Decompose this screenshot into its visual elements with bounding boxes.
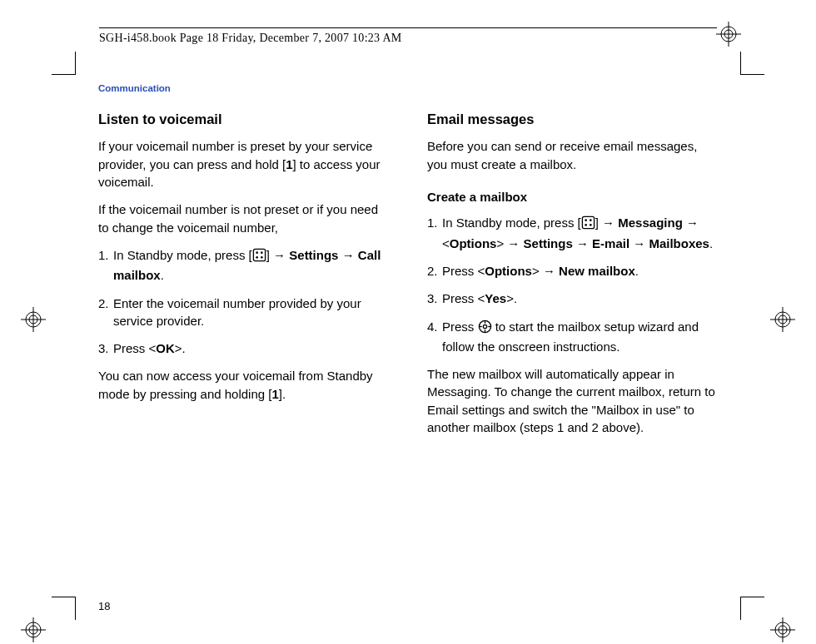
step-number: 2. [98,295,113,330]
softkey-yes: Yes [485,291,506,305]
nav-key-icon [478,320,492,338]
voicemail-step-2: 2. Enter the voicemail number provided b… [98,295,389,330]
header-rule [99,27,717,28]
voicemail-intro-1: If your voicemail number is preset by yo… [98,137,389,191]
crop-mark-top-left [63,40,87,63]
step-body: Press <Options> → New mailbox. [442,262,718,280]
text: >. [175,341,186,355]
step-number: 1. [98,246,113,285]
text: ] → [595,215,619,230]
mailbox-step-2: 2. Press <Options> → New mailbox. [427,262,718,280]
text: In Standby mode, press [ [113,248,252,262]
registration-mark-icon [716,22,741,47]
crop-mark-bottom-left [63,608,87,632]
menu-key-icon [252,248,266,266]
right-column: Email messages Before you can send or re… [427,110,718,446]
voicemail-intro-2: If the voicemail number is not preset or… [98,201,389,236]
step-number: 3. [427,290,442,307]
left-column: Listen to voicemail If your voicemail nu… [98,110,389,446]
step-body: Press <Yes>. [442,290,718,307]
registration-mark-icon [21,617,46,642]
text: Press < [442,291,485,305]
text: You can now access your voicemail from S… [98,369,373,400]
softkey-ok: OK [156,341,175,355]
text: > → [496,236,523,250]
step-number: 3. [98,339,113,357]
mailbox-outro: The new mailbox will automatically appea… [427,365,718,436]
voicemail-outro: You can now access your voicemail from S… [98,367,389,403]
text: ]. [279,387,286,401]
text: Press < [442,264,485,278]
crop-mark-top-right [729,40,753,63]
step-body: Enter the voicemail number provided by y… [113,295,389,330]
menu-mailboxes: Mailboxes [649,236,709,250]
text: → [629,236,649,250]
text: > → [532,264,559,278]
registration-mark-icon [21,307,46,332]
step-body: Press <OK>. [113,339,389,357]
text: . [709,236,713,250]
crop-mark-bottom-right [729,608,753,632]
step-number: 1. [427,214,442,252]
text: >. [506,291,517,305]
section-label: Communication [98,83,718,93]
key-1: 1 [271,387,278,401]
step-body: In Standby mode, press [] → Messaging → … [442,214,718,252]
text: Press < [113,341,156,355]
text: In Standby mode, press [ [442,215,581,230]
step-body: In Standby mode, press [] → Settings → C… [113,246,389,285]
text: . [161,268,164,282]
voicemail-step-3: 3. Press <OK>. [98,339,389,357]
mailbox-step-4: 4. Press to start the mailbox setup wiza… [427,318,718,356]
text: → [573,236,592,250]
softkey-options: Options [450,236,497,250]
email-intro: Before you can send or receive email mes… [427,137,718,173]
page-number: 18 [98,600,110,612]
text: ] → [266,248,290,262]
text: → [338,248,357,262]
menu-key-icon [581,215,595,234]
registration-mark-icon [770,617,795,642]
step-body: Press to start the mailbox setup wizard … [442,318,718,356]
heading-listen-voicemail: Listen to voicemail [98,110,389,129]
menu-messaging: Messaging [618,215,683,230]
running-head: SGH-i458.book Page 18 Friday, December 7… [99,32,402,45]
text: Press [442,320,478,334]
page-body: Communication Listen to voicemail If you… [98,83,718,619]
step-number: 2. [427,262,442,280]
voicemail-step-1: 1. In Standby mode, press [] → Settings … [98,246,389,285]
softkey-options: Options [485,264,532,278]
mailbox-step-1: 1. In Standby mode, press [] → Messaging… [427,214,718,252]
registration-mark-icon [770,307,795,332]
step-number: 4. [427,318,442,356]
menu-email: E-mail [592,236,629,250]
mailbox-step-3: 3. Press <Yes>. [427,290,718,307]
heading-email-messages: Email messages [427,110,718,129]
text: . [635,264,639,278]
menu-new-mailbox: New mailbox [559,264,635,278]
subheading-create-mailbox: Create a mailbox [427,188,718,206]
menu-settings: Settings [289,248,338,262]
menu-settings: Settings [524,236,573,250]
